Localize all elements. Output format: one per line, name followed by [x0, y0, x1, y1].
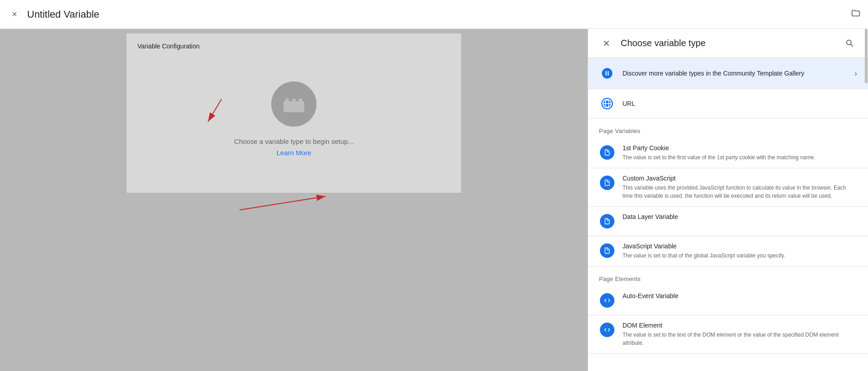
page-elements-header: Page Elements — [588, 266, 868, 286]
url-icon — [599, 95, 615, 112]
svg-rect-3 — [299, 99, 302, 102]
auto-event-variable-item[interactable]: Auto-Event Variable — [588, 286, 868, 315]
url-variable-item[interactable]: URL — [588, 89, 868, 119]
search-icon — [845, 38, 855, 48]
dom-element-item[interactable]: DOM Element The value is set to the text… — [588, 315, 868, 354]
first-party-cookie-title: 1st Party Cookie — [623, 144, 857, 152]
config-label: Variable Configuration — [137, 43, 450, 50]
auto-event-variable-content: Auto-Event Variable — [623, 292, 857, 301]
svg-rect-0 — [283, 101, 304, 112]
javascript-variable-icon — [599, 243, 615, 259]
community-text: Discover more variable types in the Comm… — [623, 70, 854, 77]
variable-type-icon-circle — [271, 81, 316, 127]
custom-javascript-icon — [599, 175, 615, 191]
folder-icon[interactable] — [851, 8, 861, 20]
first-party-cookie-desc: The value is set to the first value of t… — [623, 153, 857, 162]
dom-element-content: DOM Element The value is set to the text… — [623, 322, 857, 347]
svg-rect-2 — [292, 99, 296, 102]
config-content: Choose a variable type to begin setup...… — [137, 63, 450, 175]
auto-event-variable-icon — [599, 292, 615, 309]
custom-javascript-item[interactable]: Custom JavaScript This variable uses the… — [588, 168, 868, 207]
first-party-cookie-icon — [599, 144, 615, 161]
svg-line-7 — [240, 196, 326, 210]
main-area: Variable Configuration Choose a variable… — [0, 29, 868, 371]
first-party-cookie-item[interactable]: 1st Party Cookie The value is set to the… — [588, 138, 868, 168]
scrollbar-thumb[interactable] — [865, 29, 868, 83]
custom-javascript-content: Custom JavaScript This variable uses the… — [623, 175, 857, 200]
url-label: URL — [623, 100, 635, 107]
auto-event-variable-title: Auto-Event Variable — [623, 292, 857, 300]
search-button[interactable] — [843, 36, 857, 51]
community-icon — [599, 65, 615, 81]
dom-element-icon — [599, 322, 615, 338]
choose-text: Choose a variable type to begin setup... — [234, 138, 354, 145]
variable-config-box: Variable Configuration Choose a variable… — [127, 33, 461, 193]
right-close-button[interactable]: ✕ — [599, 36, 613, 51]
learn-more-link[interactable]: Learn More — [277, 149, 311, 157]
custom-javascript-title: Custom JavaScript — [623, 175, 857, 182]
custom-javascript-desc: This variable uses the provided JavaScri… — [623, 184, 857, 200]
svg-rect-1 — [285, 99, 289, 102]
javascript-variable-item[interactable]: JavaScript Variable The value is set to … — [588, 236, 868, 266]
header-close-button[interactable]: × — [7, 7, 22, 22]
app-header: × Untitled Variable — [0, 0, 868, 29]
page-variables-header: Page Variables — [588, 119, 868, 138]
dom-element-desc: The value is set to the text of the DOM … — [623, 331, 857, 347]
first-party-cookie-content: 1st Party Cookie The value is set to the… — [623, 144, 857, 162]
chevron-right-icon: › — [854, 69, 857, 78]
page-title: Untitled Variable — [27, 9, 845, 20]
data-layer-variable-title: Data Layer Variable — [623, 213, 857, 220]
data-layer-variable-icon — [599, 213, 615, 229]
variable-type-list[interactable]: Discover more variable types in the Comm… — [588, 58, 868, 371]
left-panel: Variable Configuration Choose a variable… — [0, 29, 588, 371]
dom-element-title: DOM Element — [623, 322, 857, 329]
community-template-banner[interactable]: Discover more variable types in the Comm… — [588, 58, 868, 89]
right-close-icon: ✕ — [603, 38, 610, 49]
right-panel-header: ✕ Choose variable type — [588, 29, 868, 58]
data-layer-variable-content: Data Layer Variable — [623, 213, 857, 222]
javascript-variable-desc: The value is set to that of the global J… — [623, 252, 857, 260]
data-layer-variable-item[interactable]: Data Layer Variable — [588, 207, 868, 236]
brick-icon — [283, 96, 304, 112]
javascript-variable-title: JavaScript Variable — [623, 243, 857, 250]
javascript-variable-content: JavaScript Variable The value is set to … — [623, 243, 857, 260]
close-icon: × — [12, 9, 17, 19]
right-panel: ✕ Choose variable type Dis — [588, 29, 868, 371]
right-panel-title: Choose variable type — [621, 38, 843, 48]
